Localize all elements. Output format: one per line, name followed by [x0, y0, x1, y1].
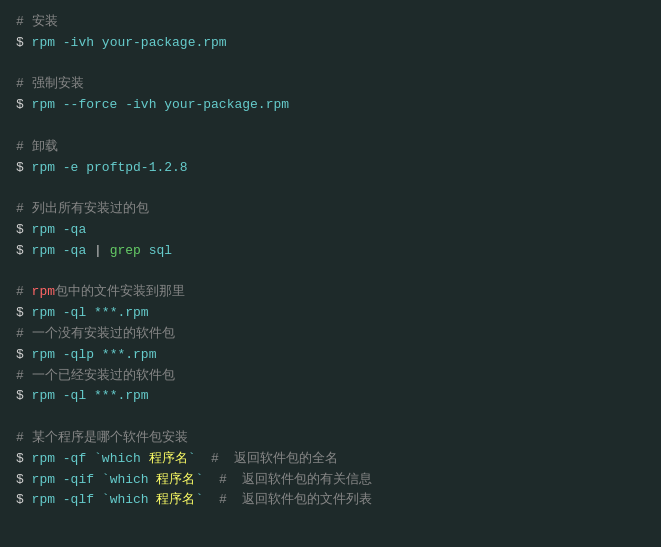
code-part: | [86, 243, 109, 258]
terminal-line: # 一个没有安装过的软件包 [16, 324, 645, 345]
terminal-line: # 一个已经安装过的软件包 [16, 366, 645, 387]
code-part: `which [102, 492, 149, 507]
code-part: -qa [55, 243, 86, 258]
code-part: $ [16, 243, 32, 258]
code-part: rpm [32, 305, 55, 320]
comment-text: # 一个没有安装过的软件包 [16, 326, 175, 341]
terminal-content: # 安装$ rpm -ivh your-package.rpm# 强制安装$ r… [16, 12, 645, 511]
comment-text: # 强制安装 [16, 76, 84, 91]
inline-comment: # 返回软件包的有关信息 [203, 472, 372, 487]
code-part: -qa [55, 222, 86, 237]
comment-text: # 列出所有安装过的包 [16, 201, 149, 216]
code-part: 包中的文件安装到那里 [55, 284, 185, 299]
code-part: rpm [32, 388, 55, 403]
terminal-line: # 安装 [16, 12, 645, 33]
code-part: rpm [32, 347, 55, 362]
code-part: your-package.rpm [156, 97, 289, 112]
code-part: 程序名 [141, 451, 188, 466]
code-part: -ql [55, 388, 86, 403]
terminal-container: # 安装$ rpm -ivh your-package.rpm# 强制安装$ r… [16, 12, 645, 511]
code-part: -qif [55, 472, 94, 487]
code-part: --force [55, 97, 117, 112]
code-part: rpm [32, 35, 55, 50]
terminal-line: $ rpm -qif `which 程序名` # 返回软件包的有关信息 [16, 470, 645, 491]
code-part: `which [102, 472, 149, 487]
code-part: ***.rpm [94, 347, 156, 362]
terminal-line: $ rpm -qf `which 程序名` # 返回软件包的全名 [16, 449, 645, 470]
code-part: rpm [32, 160, 55, 175]
terminal-line: $ rpm -ql ***.rpm [16, 303, 645, 324]
code-part: rpm [32, 97, 55, 112]
code-part: $ [16, 388, 32, 403]
comment-text: # 安装 [16, 14, 58, 29]
code-part: 程序名 [149, 492, 196, 507]
code-part: $ [16, 222, 32, 237]
code-part: -qf [55, 451, 86, 466]
code-part: your-package.rpm [94, 35, 227, 50]
terminal-line: $ rpm -e proftpd-1.2.8 [16, 158, 645, 179]
terminal-line: $ rpm -ivh your-package.rpm [16, 33, 645, 54]
code-part [94, 472, 102, 487]
comment-text: # 一个已经安装过的软件包 [16, 368, 175, 383]
code-part: $ [16, 472, 32, 487]
code-part: $ [16, 305, 32, 320]
empty-line [16, 407, 645, 428]
code-part: ***.rpm [86, 388, 148, 403]
code-part: -e [55, 160, 78, 175]
code-part [94, 492, 102, 507]
terminal-line: $ rpm -ql ***.rpm [16, 386, 645, 407]
code-part: rpm [32, 492, 55, 507]
code-part: rpm [32, 472, 55, 487]
comment-text: # 卸载 [16, 139, 58, 154]
empty-line [16, 54, 645, 75]
code-part: -qlf [55, 492, 94, 507]
terminal-line: $ rpm -qlp ***.rpm [16, 345, 645, 366]
code-part: -ivh [55, 35, 94, 50]
empty-line [16, 116, 645, 137]
code-part: $ [16, 492, 32, 507]
terminal-line: # rpm包中的文件安装到那里 [16, 282, 645, 303]
code-part: ***.rpm [86, 305, 148, 320]
empty-line [16, 178, 645, 199]
terminal-line: $ rpm -qlf `which 程序名` # 返回软件包的文件列表 [16, 490, 645, 511]
terminal-line: # 卸载 [16, 137, 645, 158]
comment-text: # 某个程序是哪个软件包安装 [16, 430, 188, 445]
code-part: sql [141, 243, 172, 258]
terminal-line: # 强制安装 [16, 74, 645, 95]
inline-comment: # 返回软件包的文件列表 [203, 492, 372, 507]
code-part: $ [16, 347, 32, 362]
code-part: $ [16, 451, 32, 466]
code-part [86, 451, 94, 466]
code-part: -ivh [117, 97, 156, 112]
terminal-line: $ rpm --force -ivh your-package.rpm [16, 95, 645, 116]
terminal-line: # 列出所有安装过的包 [16, 199, 645, 220]
code-part: $ [16, 97, 32, 112]
code-part: 程序名 [149, 472, 196, 487]
code-part: -qlp [55, 347, 94, 362]
code-part: $ [16, 160, 32, 175]
code-part: proftpd-1.2.8 [78, 160, 187, 175]
terminal-line: $ rpm -qa | grep sql [16, 241, 645, 262]
code-part: $ [16, 35, 32, 50]
code-part: rpm [32, 451, 55, 466]
terminal-line: $ rpm -qa [16, 220, 645, 241]
code-part: `which [94, 451, 141, 466]
code-part: -ql [55, 305, 86, 320]
code-part: rpm [32, 222, 55, 237]
code-part: rpm [32, 243, 55, 258]
inline-comment: # 返回软件包的全名 [195, 451, 338, 466]
empty-line [16, 262, 645, 283]
terminal-line: # 某个程序是哪个软件包安装 [16, 428, 645, 449]
code-part: # [16, 284, 32, 299]
code-part: rpm [32, 284, 55, 299]
code-part: grep [110, 243, 141, 258]
